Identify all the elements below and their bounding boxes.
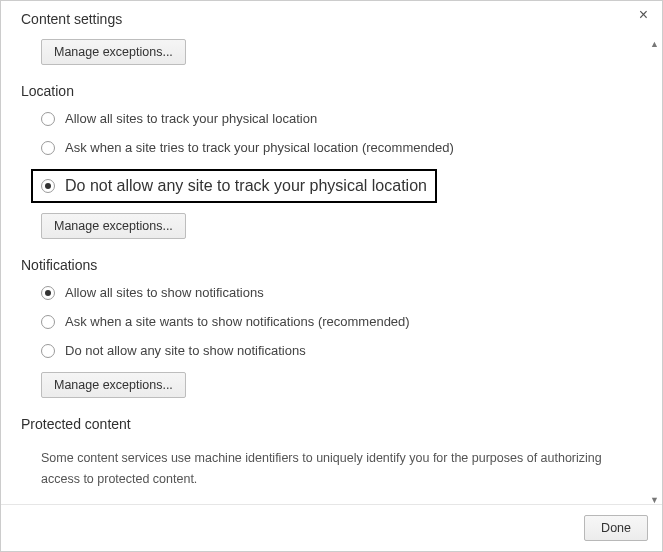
- content-settings-dialog: Content settings × Manage exceptions... …: [1, 1, 662, 551]
- radio-label: Ask when a site tries to track your phys…: [65, 140, 454, 155]
- notifications-option-deny[interactable]: Do not allow any site to show notificati…: [41, 343, 644, 358]
- radio-icon[interactable]: [41, 141, 55, 155]
- close-icon[interactable]: ×: [639, 7, 648, 23]
- scroll-up-icon[interactable]: ▲: [650, 39, 659, 49]
- radio-label: Allow all sites to track your physical l…: [65, 111, 317, 126]
- location-option-deny-highlight: Do not allow any site to track your phys…: [31, 169, 437, 203]
- protected-content-section: Protected content Some content services …: [21, 416, 644, 491]
- notifications-section: Notifications Allow all sites to show no…: [21, 257, 644, 404]
- notifications-manage-exceptions-button[interactable]: Manage exceptions...: [41, 372, 186, 398]
- radio-label: Ask when a site wants to show notificati…: [65, 314, 410, 329]
- radio-label: Do not allow any site to track your phys…: [65, 177, 427, 195]
- notifications-option-ask[interactable]: Ask when a site wants to show notificati…: [41, 314, 644, 329]
- radio-icon[interactable]: [41, 344, 55, 358]
- notifications-option-allow[interactable]: Allow all sites to show notifications: [41, 285, 644, 300]
- radio-icon[interactable]: [41, 179, 55, 193]
- notifications-title: Notifications: [21, 257, 644, 273]
- radio-icon[interactable]: [41, 315, 55, 329]
- dialog-title: Content settings: [21, 11, 642, 27]
- radio-icon[interactable]: [41, 112, 55, 126]
- scroll-down-icon[interactable]: ▼: [650, 495, 659, 505]
- protected-content-description: Some content services use machine identi…: [21, 444, 644, 491]
- dialog-header: Content settings ×: [1, 1, 662, 33]
- location-title: Location: [21, 83, 644, 99]
- location-option-ask[interactable]: Ask when a site tries to track your phys…: [41, 140, 644, 155]
- radio-icon[interactable]: [41, 286, 55, 300]
- location-manage-exceptions-button[interactable]: Manage exceptions...: [41, 213, 186, 239]
- protected-content-title: Protected content: [21, 416, 644, 432]
- location-options: Allow all sites to track your physical l…: [21, 111, 644, 213]
- location-option-allow[interactable]: Allow all sites to track your physical l…: [41, 111, 644, 126]
- done-button[interactable]: Done: [584, 515, 648, 541]
- radio-label: Do not allow any site to show notificati…: [65, 343, 306, 358]
- radio-label: Allow all sites to show notifications: [65, 285, 264, 300]
- dialog-content[interactable]: Manage exceptions... Location Allow all …: [1, 33, 662, 504]
- manage-exceptions-button[interactable]: Manage exceptions...: [41, 39, 186, 65]
- notifications-options: Allow all sites to show notifications As…: [21, 285, 644, 358]
- location-section: Location Allow all sites to track your p…: [21, 83, 644, 245]
- dialog-footer: Done: [1, 504, 662, 551]
